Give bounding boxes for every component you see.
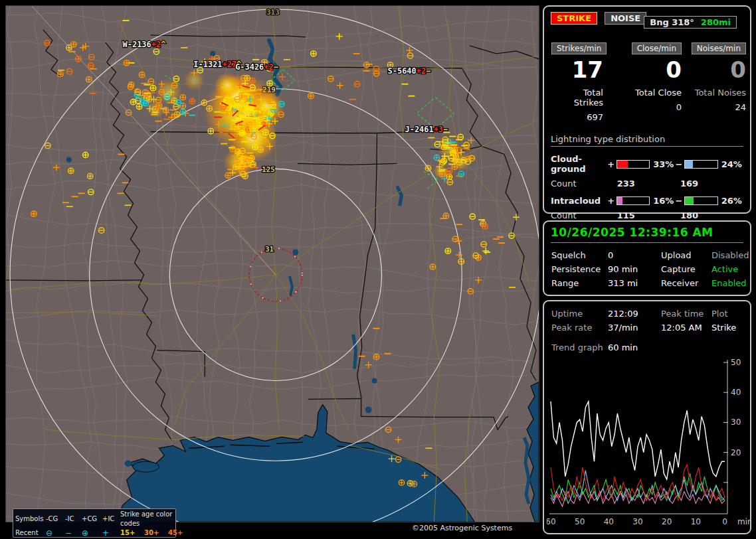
svg-text:20: 20 (731, 448, 741, 457)
total-value: 0 (603, 102, 682, 112)
rate-value: 17 (551, 57, 603, 82)
lightning-symbol (83, 152, 88, 157)
cg-neg-icon: ⊖ (46, 529, 65, 538)
lightning-symbol (66, 45, 72, 50)
info-cell: Uptime (551, 307, 608, 321)
stat-column-0: Strikes/min17Total Strikes697 (551, 41, 603, 122)
info-cell: Enabled (711, 276, 747, 290)
lightning-symbol (235, 126, 240, 131)
negative-bar (684, 160, 717, 169)
info-cell: Squelch (551, 248, 608, 262)
strike-stats-panel: STRIKE NOISE Bng 318°280mi Strikes/min17… (543, 5, 751, 214)
lightning-symbol (425, 165, 430, 171)
info-cell: 12:05 AM (661, 321, 711, 335)
lightning-symbol (189, 98, 195, 104)
stat-header[interactable]: Close/min (632, 42, 682, 54)
stat-header[interactable]: Noises/min (692, 42, 746, 54)
info-cell: Plot (711, 307, 745, 321)
lightning-symbol (208, 128, 213, 133)
receiver-settings: Squelch0UploadDisabledPersistence90 minC… (551, 248, 745, 290)
info-row: Peak rate37/min12:05 AMStrike (551, 321, 745, 335)
lightning-symbol (146, 96, 151, 102)
lightning-symbol (270, 102, 276, 107)
stat-column-2: Noises/min0Total Noises24 (682, 41, 746, 122)
info-cell: Strike (711, 321, 745, 335)
storm-cell-label: I-1321+27^ (193, 60, 241, 69)
svg-text:50: 50 (575, 517, 585, 526)
lightning-symbol (150, 85, 155, 90)
noise-mode-button[interactable]: NOISE (605, 12, 646, 25)
info-row: Squelch0UploadDisabled (551, 248, 745, 262)
svg-text:0: 0 (722, 517, 727, 526)
copyright-text: ©2005 Astrogenic Systems (412, 524, 512, 532)
info-cell: 90 min (608, 262, 661, 276)
lightning-symbol (263, 139, 268, 144)
datetime-readout: 10/26/2025 12:39:16 AM (551, 226, 743, 243)
info-row: Uptime212:09Peak timePlot (551, 307, 745, 321)
lightning-symbol (225, 173, 231, 178)
ring-distance-label: 313 (266, 8, 280, 17)
rate-counters: Strikes/min17Total Strikes697Close/min0T… (551, 41, 743, 122)
lightning-symbol (130, 99, 136, 104)
lightning-symbol (411, 481, 417, 487)
lightning-symbol (180, 94, 185, 100)
lightning-symbol (201, 100, 207, 105)
storm-cell-label: J-2461+3− (405, 125, 448, 135)
info-cell: Active (711, 262, 745, 276)
ic-neg-icon: − (65, 529, 82, 538)
lightning-symbol (452, 164, 457, 169)
info-row: Persistence90 minCaptureActive (551, 262, 745, 276)
lightning-symbol (141, 100, 146, 105)
lightning-symbol (308, 93, 314, 98)
lightning-symbol (445, 248, 450, 254)
total-label: Total Strikes (551, 88, 603, 108)
lightning-symbol (58, 72, 63, 77)
lightning-map[interactable]: 31321912531W-2136+2^I-1321+27^G-3426+2−S… (6, 6, 539, 522)
bearing-label: Bng 318° (650, 17, 694, 27)
total-value: 24 (682, 102, 746, 112)
lightning-symbol (128, 82, 134, 88)
total-label: Total Noises (682, 88, 746, 98)
distribution-row: Cloud-ground+33%−24% (551, 154, 743, 174)
status-panel: 10/26/2025 12:39:16 AM Squelch0UploadDis… (543, 220, 751, 296)
info-cell: Range (551, 276, 608, 290)
lightning-map-panel: 31321912531W-2136+2^I-1321+27^G-3426+2−S… (5, 5, 539, 522)
distribution-count-row: Count115180 (551, 210, 743, 220)
total-value: 697 (551, 112, 603, 122)
lightning-symbol (68, 168, 74, 173)
svg-text:40: 40 (731, 388, 741, 397)
lightning-symbol (250, 123, 255, 129)
lightning-symbol (235, 159, 240, 165)
ring-distance-label: 31 (265, 245, 274, 254)
lightning-symbol (443, 213, 448, 218)
lightning-symbol (136, 104, 142, 109)
lightning-symbol (31, 211, 37, 216)
lightning-symbol (180, 109, 185, 114)
lightning-symbol (267, 112, 272, 117)
lightning-symbol (139, 72, 144, 78)
info-row: Range313 miReceiverEnabled (551, 276, 745, 290)
lightning-symbol (466, 156, 471, 161)
rate-value: 0 (603, 57, 682, 82)
lightning-symbol (76, 56, 81, 62)
lightning-type-distribution: Lightning type distribution Cloud-ground… (551, 134, 743, 220)
info-cell: 37/min (608, 321, 661, 335)
svg-text:60: 60 (547, 517, 556, 526)
strike-mode-button[interactable]: STRIKE (551, 12, 597, 25)
lightning-symbol (230, 146, 235, 151)
info-cell: Peak time (661, 307, 711, 321)
lightning-symbol (252, 144, 258, 149)
storm-cell-label: S-5640+2− (388, 66, 431, 76)
lightning-symbol (124, 60, 129, 66)
info-cell: 313 mi (608, 276, 661, 290)
trend-series (551, 491, 725, 506)
nexstorm-window: 31321912531W-2136+2^I-1321+27^G-3426+2−S… (0, 0, 756, 539)
info-cell: Peak rate (551, 321, 608, 335)
stat-column-1: Close/min0Total Close0 (603, 41, 682, 122)
stat-header[interactable]: Strikes/min (551, 42, 607, 54)
lightning-symbol (453, 153, 458, 159)
svg-text:30: 30 (731, 418, 741, 427)
uptime-stats: Uptime212:09Peak timePlotPeak rate37/min… (551, 307, 745, 335)
info-cell: Receiver (661, 276, 711, 290)
svg-text:50: 50 (731, 358, 741, 367)
